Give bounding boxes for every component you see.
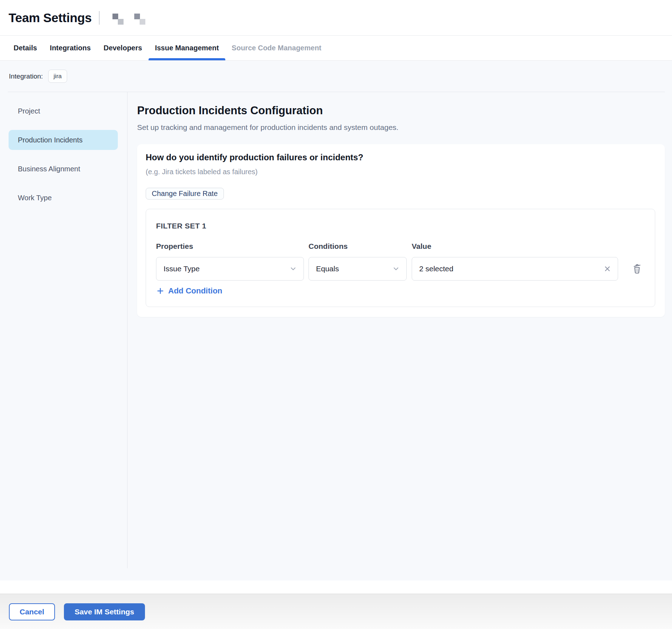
square-dark-icon	[134, 14, 140, 19]
trash-icon	[631, 263, 643, 275]
square-light-icon	[118, 19, 124, 25]
condition-select[interactable]: Equals	[309, 257, 407, 281]
filter-set-box: FILTER SET 1 Properties Conditions Value…	[146, 209, 655, 307]
column-header-properties: Properties	[156, 242, 309, 251]
sidebar-item-work-type[interactable]: Work Type	[9, 188, 118, 208]
settings-sidebar: Project Production Incidents Business Al…	[0, 92, 127, 568]
integration-row: Integration: jira	[0, 61, 672, 92]
add-condition-label: Add Condition	[168, 286, 222, 296]
change-failure-rate-chip[interactable]: Change Failure Rate	[146, 188, 224, 200]
filter-condition-row: Issue Type Equals	[156, 257, 645, 281]
card-question-hint: (e.g. Jira tickets labeled as failures)	[146, 167, 655, 176]
settings-columns: Project Production Incidents Business Al…	[0, 92, 672, 580]
sidebar-item-project[interactable]: Project	[9, 101, 118, 121]
team-settings-page: Team Settings Details Integrations Devel…	[0, 0, 672, 629]
tab-issue-management[interactable]: Issue Management	[149, 36, 225, 60]
header: Team Settings	[0, 0, 672, 35]
filter-column-headers: Properties Conditions Value	[156, 242, 645, 251]
integration-label: Integration:	[9, 72, 43, 80]
square-dark-icon	[112, 14, 118, 19]
incidents-config-card: How do you identify production failures …	[137, 144, 665, 317]
chevron-down-icon	[392, 265, 400, 273]
column-header-value: Value	[412, 242, 645, 251]
tab-source-code-management[interactable]: Source Code Management	[225, 36, 328, 60]
sidebar-item-business-alignment[interactable]: Business Alignment	[9, 159, 118, 179]
sidebar-item-production-incidents[interactable]: Production Incidents	[9, 130, 118, 150]
sidebar-item-label: Work Type	[18, 194, 52, 202]
card-question: How do you identify production failures …	[146, 152, 655, 163]
tab-developers[interactable]: Developers	[97, 36, 149, 60]
add-condition-button[interactable]: Add Condition	[156, 286, 222, 296]
main-panel: Production Incidents Configuration Set u…	[127, 92, 672, 580]
value-multiselect[interactable]: 2 selected	[412, 257, 618, 281]
tab-integrations[interactable]: Integrations	[44, 36, 97, 60]
tab-label: Developers	[104, 44, 142, 52]
placeholder-squares-icon-1	[112, 14, 124, 25]
property-select-value: Issue Type	[164, 265, 200, 273]
page-title: Team Settings	[9, 11, 92, 25]
content-area: Integration: jira Project Production Inc…	[0, 61, 672, 580]
tab-label: Integrations	[50, 44, 91, 52]
section-heading: Production Incidents Configuration	[137, 104, 665, 117]
tab-label: Issue Management	[155, 44, 219, 52]
tab-details[interactable]: Details	[7, 36, 44, 60]
integration-value-badge: jira	[48, 70, 67, 83]
filter-set-title: FILTER SET 1	[156, 222, 645, 230]
save-im-settings-button[interactable]: Save IM Settings	[64, 603, 145, 620]
condition-select-value: Equals	[316, 265, 339, 273]
tab-bar: Details Integrations Developers Issue Ma…	[0, 35, 672, 61]
sidebar-item-label: Business Alignment	[18, 165, 80, 173]
section-subheading: Set up tracking and management for produ…	[137, 122, 665, 132]
clear-selection-icon[interactable]	[603, 265, 611, 273]
plus-icon	[156, 287, 165, 295]
title-divider	[99, 11, 100, 25]
chevron-down-icon	[289, 265, 297, 273]
sidebar-item-label: Project	[18, 107, 40, 115]
footer-spacer	[0, 580, 672, 594]
square-light-icon	[140, 19, 145, 25]
sidebar-item-label: Production Incidents	[18, 136, 82, 144]
placeholder-squares-icon-2	[134, 14, 146, 25]
delete-condition-button[interactable]	[631, 263, 643, 275]
tab-label: Source Code Management	[232, 44, 321, 52]
property-select[interactable]: Issue Type	[156, 257, 304, 281]
column-header-conditions: Conditions	[309, 242, 412, 251]
value-selected-count: 2 selected	[419, 265, 453, 273]
tab-label: Details	[14, 44, 37, 52]
footer-action-bar: Cancel Save IM Settings	[0, 594, 672, 629]
active-tab-underline	[149, 58, 225, 60]
cancel-button[interactable]: Cancel	[9, 603, 55, 620]
